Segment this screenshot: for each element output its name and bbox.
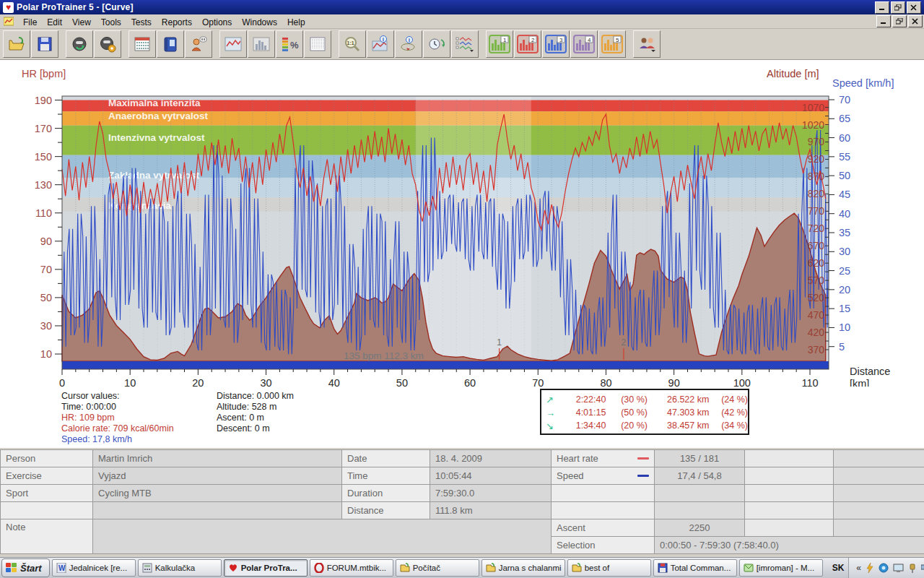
distance-axis-title: Distance	[850, 366, 890, 377]
altitude-tick-label: 1020	[802, 119, 824, 131]
trend-arrow-icon: ↘	[546, 420, 562, 431]
toolbar-transfer-settings-button[interactable]	[94, 30, 121, 58]
menu-tests[interactable]: Tests	[126, 16, 157, 29]
taskbar-item-best-of[interactable]: best of	[567, 559, 651, 577]
altitude-tick-label: 420	[808, 327, 825, 338]
display-tray-icon[interactable]	[893, 564, 904, 573]
hr-axis-title: HR [bpm]	[22, 68, 66, 79]
toolbar-people-compare-button[interactable]	[633, 30, 661, 58]
bar-chart-icon	[252, 35, 271, 53]
toolbar-calendar-button[interactable]	[128, 30, 156, 58]
menu-view[interactable]: View	[67, 16, 96, 29]
empty-cell	[552, 502, 655, 519]
hr-tick-label: 90	[40, 236, 52, 247]
close-button[interactable]	[907, 1, 921, 14]
menu-help[interactable]: Help	[282, 16, 310, 29]
restore-button[interactable]	[891, 1, 905, 14]
minimize-button[interactable]	[875, 1, 889, 14]
toolbar-curve-chart-button[interactable]	[219, 30, 247, 58]
person-value[interactable]: Martin Imrich	[93, 450, 342, 467]
taskbar-item-po-ta-[interactable]: Počítač	[396, 559, 479, 577]
toolbar-person-test-button[interactable]	[185, 30, 212, 58]
hr-tick-label: 110	[35, 207, 52, 219]
exercise-value[interactable]: Vyjazd	[93, 467, 342, 485]
speed-tick-label: 60	[839, 132, 850, 144]
toolbar-transfer-sync-button[interactable]	[66, 30, 93, 58]
language-indicator[interactable]: SK	[828, 561, 849, 574]
taskbar-item-jarna-s-chalanmi[interactable]: Jarna s chalanmi	[481, 559, 565, 577]
tray-expand-chevron[interactable]: «	[856, 563, 861, 573]
menu-edit[interactable]: Edit	[42, 16, 67, 29]
speed-tick-label: 5	[839, 341, 845, 353]
cursor-altitude: Altitude: 528 m	[217, 402, 294, 413]
mdi-minimize-button[interactable]	[876, 15, 891, 27]
time-rotate-icon	[427, 35, 446, 53]
toolbar-preset-3-button[interactable]: 3	[542, 30, 570, 58]
sport-value[interactable]: Cycling MTB	[93, 485, 342, 502]
menu-file[interactable]: File	[18, 16, 42, 29]
speed-tick-label: 70	[839, 94, 850, 105]
network-tray-icon[interactable]	[921, 564, 924, 573]
zones-percent-icon: %	[280, 35, 299, 53]
curve-view: Maximalna intenzitaAnaerobna vytrvalostI…	[0, 60, 924, 450]
toolbar-zones-percent-button[interactable]: %	[276, 30, 303, 58]
distance-tick-label: 20	[192, 377, 204, 387]
distance-tick-label: 10	[124, 377, 136, 387]
toolbar-preset-2-button[interactable]: 2	[514, 30, 541, 58]
taskbar-item-forum-mtbik-[interactable]: FORUM.mtbik...	[310, 559, 393, 577]
toolbar-grid-data-button[interactable]	[304, 30, 331, 58]
open-folder-icon	[7, 35, 26, 53]
lightning-tray-icon[interactable]	[866, 563, 874, 573]
exercise-curve-chart[interactable]: Maximalna intenzitaAnaerobna vytrvalostI…	[0, 60, 924, 387]
date-value[interactable]: 18. 4. 2009	[430, 450, 552, 467]
messenger-tray-icon[interactable]	[879, 563, 889, 573]
start-button[interactable]: Štart	[1, 558, 50, 577]
mdi-close-button[interactable]	[908, 15, 923, 27]
toolbar-time-rotate-button[interactable]	[423, 30, 450, 58]
menu-windows[interactable]: Windows	[237, 16, 282, 29]
taskbar-item-total-comman-[interactable]: Total Comman...	[653, 559, 737, 577]
toolbar-preset-5-button[interactable]: 5	[598, 30, 626, 58]
taskbar-item-jedalnicek-re-[interactable]: WJedalnicek [re...	[52, 559, 136, 577]
plug-tray-icon[interactable]	[908, 564, 917, 573]
empty-cell	[834, 502, 924, 519]
menu-reports[interactable]: Reports	[157, 16, 197, 29]
zone-label: Intenzivna vytrvalost	[108, 132, 205, 143]
trend-arrow-icon: →	[546, 407, 562, 418]
hr-tick-label: 150	[35, 151, 52, 163]
toolbar-multi-curve-button[interactable]	[451, 30, 479, 58]
selection-row: ↗ 2:22:40(30 %) 26.522 km(24 %)	[546, 393, 748, 406]
curve-info-icon: i	[371, 35, 390, 53]
taskbar-item-kalkula-ka[interactable]: Kalkulačka	[138, 559, 222, 577]
save-icon	[35, 35, 54, 53]
curve-chart-icon	[224, 35, 243, 53]
altitude-tick-label: 570	[808, 275, 825, 286]
toolbar-curve-info-button[interactable]: i	[367, 30, 394, 58]
empty-cell	[745, 502, 834, 519]
mdi-restore-button[interactable]	[892, 15, 907, 27]
taskbar-item--imroman-m-[interactable]: [imroman] - M...	[739, 559, 823, 577]
selection-summary-box: ↗ 2:22:40(30 %) 26.522 km(24 %) → 4:01:1…	[540, 389, 749, 435]
toolbar-open-folder-button[interactable]	[3, 30, 30, 58]
svg-text:i: i	[383, 36, 384, 43]
menu-options[interactable]: Options	[197, 16, 237, 29]
distance-value: 111.8 km	[430, 502, 552, 519]
toolbar-preset-1-button[interactable]: 1	[486, 30, 513, 58]
empty-cell	[655, 485, 745, 502]
cursor-time: Time: 0:00:00	[61, 402, 174, 413]
toolbar-save-button[interactable]	[31, 30, 58, 58]
date-label: Date	[342, 450, 430, 467]
note-value[interactable]	[93, 519, 552, 554]
cursor-hr: HR: 109 bpm	[61, 413, 174, 423]
taskbar-item-polar-protra-[interactable]: Polar ProTra...	[224, 559, 308, 577]
toolbar-zoom-1to1-button[interactable]: 1:1	[339, 30, 366, 58]
zone-label: Maximalna intenzita	[108, 98, 201, 108]
toolbar-diary-button[interactable]	[157, 30, 184, 58]
altitude-tick-label: 770	[808, 205, 825, 217]
empty-cell	[834, 485, 924, 502]
speed-tick-label: 55	[839, 151, 850, 163]
toolbar-lap-info-button[interactable]: i	[395, 30, 422, 58]
toolbar-bar-chart-button[interactable]	[248, 30, 275, 58]
menu-tools[interactable]: Tools	[96, 16, 126, 29]
toolbar-preset-4-button[interactable]: 4	[570, 30, 598, 58]
